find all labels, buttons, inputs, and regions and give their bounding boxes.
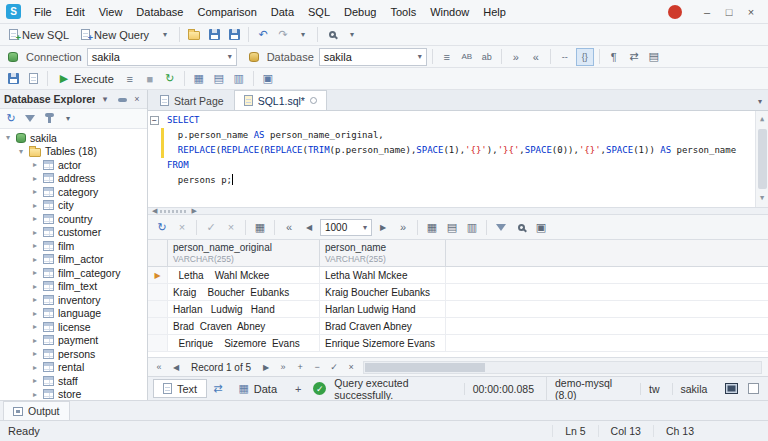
match-braces-icon[interactable]: {} (576, 48, 594, 66)
prev-record-icon[interactable]: ◀ (168, 360, 184, 375)
cell-person-name[interactable]: Brad Craven Abney (320, 318, 446, 334)
table-row[interactable]: Brad Craven AbneyBrad Craven Abney (148, 318, 768, 335)
tree-item-rental[interactable]: ▸rental (0, 361, 147, 375)
post-edit-icon[interactable]: ✓ (326, 360, 342, 375)
results-refresh-icon[interactable]: ↻ (153, 218, 171, 236)
chevron-right-icon[interactable]: ▸ (31, 322, 39, 331)
row-selector[interactable] (148, 301, 168, 317)
results-cancel-icon[interactable]: × (173, 218, 191, 236)
open-file-icon[interactable] (185, 26, 203, 44)
cell-person-name[interactable]: Letha Wahl Mckee (320, 267, 446, 283)
chevron-right-icon[interactable]: ▸ (31, 363, 39, 372)
fold-margin[interactable] (148, 128, 161, 143)
explorer-pin-icon[interactable] (41, 111, 57, 127)
table-row[interactable]: Harlan Ludwig HandHarlan Ludwig Hand (148, 301, 768, 318)
new-sql-button[interactable]: New SQL (4, 28, 74, 42)
tree-item-address[interactable]: ▸address (0, 172, 147, 186)
chevron-right-icon[interactable]: ▸ (31, 174, 39, 183)
chevron-right-icon[interactable]: ▸ (31, 241, 39, 250)
scroll-down-icon[interactable]: ▼ (760, 191, 764, 206)
fold-margin[interactable] (148, 173, 161, 188)
tab-sql1[interactable]: SQL1.sql* (234, 90, 327, 110)
tab-text-view[interactable]: Text (153, 379, 207, 398)
outdent-icon[interactable]: « (527, 48, 545, 66)
new-query-button[interactable]: New Query (76, 28, 154, 42)
row-selector[interactable] (148, 335, 168, 351)
chevron-right-icon[interactable]: ▸ (31, 268, 39, 277)
text-view-icon[interactable]: ▤ (443, 218, 461, 236)
fold-margin[interactable] (148, 143, 161, 158)
tree-item-inventory[interactable]: ▸inventory (0, 293, 147, 307)
tree-item-actor[interactable]: ▸actor (0, 158, 147, 172)
stop-icon[interactable]: ■ (141, 70, 159, 88)
menu-item-debug[interactable]: Debug (337, 3, 383, 21)
chevron-right-icon[interactable]: ▸ (31, 390, 39, 399)
close-button[interactable]: × (740, 3, 762, 21)
tree-item-payment[interactable]: ▸payment (0, 334, 147, 348)
chevron-down-icon[interactable]: ▾ (17, 147, 25, 156)
cell-person-name[interactable]: Kraig Boucher Eubanks (320, 284, 446, 300)
word-wrap-icon[interactable]: ⇄ (625, 48, 643, 66)
chevron-right-icon[interactable]: ▸ (31, 160, 39, 169)
tree-item-store[interactable]: ▸store (0, 388, 147, 401)
fold-margin[interactable] (148, 158, 161, 173)
tab-data-view[interactable]: ▦ Data (228, 379, 287, 398)
undo-icon[interactable]: ↶ (254, 26, 272, 44)
table-row[interactable]: Enrique Sizemore EvansEnrique Sizemore E… (148, 335, 768, 352)
fold-collapse-icon[interactable]: − (150, 116, 159, 125)
tab-overflow-icon[interactable]: ▾ (758, 97, 768, 106)
row-selector[interactable] (148, 284, 168, 300)
tree-item-film_actor[interactable]: ▸film_actor (0, 253, 147, 267)
chevron-right-icon[interactable]: ▸ (31, 214, 39, 223)
save-results-icon[interactable] (4, 70, 22, 88)
results-search-icon[interactable] (512, 218, 530, 236)
tree-item-connection[interactable]: ▾ sakila (0, 131, 147, 145)
tree-item-tables[interactable]: ▾ Tables (18) (0, 145, 147, 159)
user-name[interactable]: tw (640, 383, 668, 395)
grid-options-icon[interactable]: ▦ (251, 218, 269, 236)
tree-item-city[interactable]: ▸city (0, 199, 147, 213)
menu-item-help[interactable]: Help (476, 3, 513, 21)
commit-icon[interactable]: ✓ (202, 218, 220, 236)
results-grid-layout-icon[interactable]: ▦ (190, 70, 208, 88)
execute-script-icon[interactable]: ≡ (121, 70, 139, 88)
delete-record-icon[interactable]: − (309, 360, 325, 375)
menu-item-view[interactable]: View (92, 3, 130, 21)
tree-item-category[interactable]: ▸category (0, 185, 147, 199)
find-icon[interactable] (323, 26, 341, 44)
last-record-icon[interactable]: » (275, 360, 291, 375)
monitor-view-icon[interactable] (725, 383, 738, 394)
tree-item-license[interactable]: ▸license (0, 320, 147, 334)
scroll-up-icon[interactable]: ▲ (760, 112, 764, 127)
tab-close-icon[interactable] (310, 97, 317, 104)
editor-line-2[interactable]: p.person_name AS person_name_original, (148, 128, 768, 143)
pivot-view-icon[interactable]: ▥ (463, 218, 481, 236)
refresh-icon[interactable]: ↻ (161, 70, 179, 88)
uppercase-keywords-icon[interactable]: AB (458, 48, 476, 66)
rollback-icon[interactable]: × (222, 218, 240, 236)
tab-start-page[interactable]: Start Page (150, 90, 234, 110)
tree-item-persons[interactable]: ▸persons (0, 347, 147, 361)
minimize-button[interactable]: – (696, 3, 718, 21)
results-card-layout-icon[interactable]: ▣ (259, 70, 277, 88)
user-avatar[interactable] (668, 5, 682, 19)
chevron-right-icon[interactable]: ▸ (31, 201, 39, 210)
snippets-icon[interactable]: ▤ (645, 48, 663, 66)
output-panel-tab[interactable]: Output (3, 401, 70, 420)
last-page-icon[interactable]: » (394, 218, 412, 236)
prev-page-icon[interactable]: ◀ (300, 218, 318, 236)
results-rows-layout-icon[interactable]: ▤ (210, 70, 228, 88)
tree-item-film_text[interactable]: ▸film_text (0, 280, 147, 294)
comment-icon[interactable]: -- (556, 48, 574, 66)
column-header-original[interactable]: person_name_original VARCHAR(255) (168, 240, 320, 266)
first-record-icon[interactable]: « (151, 360, 167, 375)
server-name[interactable]: demo-mysql (8.0) (546, 377, 636, 401)
menu-item-comparison[interactable]: Comparison (190, 3, 263, 21)
lowercase-keywords-icon[interactable]: ab (478, 48, 496, 66)
first-page-icon[interactable]: « (280, 218, 298, 236)
cell-person-name-original[interactable]: Harlan Ludwig Hand (168, 301, 320, 317)
menu-item-sql[interactable]: SQL (301, 3, 337, 21)
cell-person-name-original[interactable]: Kraig Boucher Eubanks (168, 284, 320, 300)
explorer-close-icon[interactable]: × (131, 94, 143, 104)
editor-line-1[interactable]: −SELECT (148, 113, 768, 128)
